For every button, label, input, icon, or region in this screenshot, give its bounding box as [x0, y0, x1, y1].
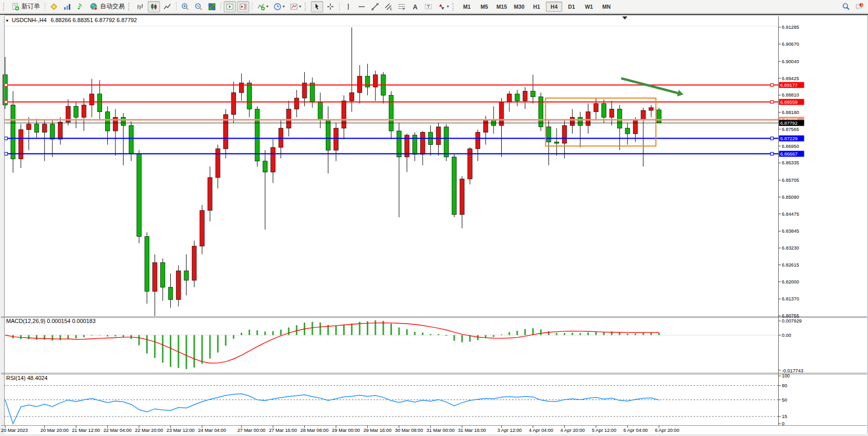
indicators-button[interactable]: ▾ — [255, 1, 270, 12]
dropdown-caret-icon[interactable]: ▾ — [266, 4, 268, 9]
price-tick-label: 6.90670 — [782, 42, 799, 47]
horizontal-line-button[interactable] — [356, 1, 368, 12]
price-badge-label: 6.88559 — [780, 100, 798, 105]
price-tick-label: 6.88180 — [782, 110, 799, 115]
search-button[interactable] — [840, 1, 852, 12]
chart-shift-button[interactable] — [237, 1, 249, 12]
trendline-button[interactable] — [369, 1, 381, 12]
templates-icon — [290, 3, 298, 11]
timeframe-h4-button[interactable]: H4 — [546, 2, 562, 12]
price-badge-label: 6.87229 — [780, 136, 798, 141]
timeframe-d1-button[interactable]: D1 — [563, 2, 580, 12]
chevron-down-icon[interactable]: ▼ — [5, 18, 9, 23]
zoom-out-icon — [194, 3, 203, 11]
hline-icon — [358, 3, 366, 11]
price-tick-label: 6.89425 — [782, 76, 799, 81]
channel-icon: E — [384, 3, 392, 11]
toolbar-grip[interactable] — [452, 3, 456, 11]
time-tick-label: 22 Mar 04:00 — [104, 428, 132, 433]
auto-scroll-icon — [226, 3, 234, 11]
price-tick-label: 6.91285 — [782, 25, 799, 30]
tile-windows-button[interactable] — [206, 1, 218, 12]
auto-scroll-button[interactable] — [224, 1, 236, 12]
vertical-line-button[interactable] — [342, 1, 354, 12]
time-tick-label: 3 Apr 12:00 — [497, 428, 522, 433]
price-badge-label: 6.86667 — [780, 151, 798, 157]
time-tick-label: 30 Mar 08:00 — [395, 428, 423, 433]
ohlc-info-bar: ▼USDCNH-,H46.88266 6.88351 6.87792 6.877… — [5, 17, 137, 23]
autotrade-icon — [90, 3, 98, 11]
svg-text:1: 1 — [861, 3, 863, 7]
periods-button[interactable]: ▾ — [271, 1, 287, 12]
time-tick-label: 24 Mar 04:00 — [198, 428, 226, 433]
price-badge-resistance-1: 6.89177 — [779, 82, 804, 88]
dropdown-caret-icon[interactable]: ▾ — [447, 4, 449, 9]
timeframe-h1-button[interactable]: H1 — [528, 2, 545, 12]
timeframe-m5-button[interactable]: M5 — [476, 2, 492, 12]
time-tick-label: 31 Mar 16:00 — [458, 428, 486, 433]
price-badge-label: 6.89177 — [780, 83, 798, 88]
signals-button[interactable] — [74, 1, 87, 12]
equidistant-channel-button[interactable]: E — [382, 1, 394, 12]
chart-window[interactable]: 6.912856.906706.900406.894256.888106.881… — [0, 14, 868, 436]
toolbar-grip[interactable] — [3, 3, 7, 11]
line-mode-button[interactable] — [161, 1, 173, 12]
text-label-button[interactable]: T — [422, 1, 435, 12]
gold-gem-icon — [50, 3, 58, 11]
symbol-period-label: USDCNH-,H4 — [12, 17, 47, 23]
crosshair-button[interactable] — [324, 1, 337, 12]
rsi-axis-label: 80 — [782, 383, 787, 388]
timeframe-w1-button[interactable]: W1 — [581, 2, 597, 12]
zoom-in-icon — [181, 3, 189, 11]
rsi-indicator-label: RSI(14) 48.4024 — [6, 375, 48, 381]
price-tick-label: 6.86950 — [782, 144, 799, 149]
toolbar-separator — [339, 2, 340, 11]
fibo-icon: F — [398, 3, 406, 11]
price-tick-label: 6.84475 — [782, 212, 799, 217]
chart-canvas[interactable]: 6.912856.906706.900406.894256.888106.881… — [0, 15, 868, 436]
new-order-button[interactable]: 新订单 — [9, 1, 42, 12]
crosshair-icon — [326, 3, 334, 11]
text-button[interactable]: A — [409, 1, 421, 12]
timeframe-m1-button[interactable]: M1 — [459, 2, 475, 12]
tile-windows-icon — [208, 3, 216, 11]
rsi-name: RSI(14) — [6, 375, 26, 381]
signal-icon — [76, 3, 85, 11]
shapes-icon — [438, 3, 446, 11]
zoom-out-button[interactable] — [192, 1, 205, 12]
arrows-button[interactable]: ▾ — [436, 1, 451, 12]
macd-axis-label: 0.00 — [782, 333, 791, 338]
time-tick-label: 27 Mar 00:00 — [238, 428, 266, 433]
bars-mode-button[interactable] — [134, 1, 147, 12]
rsi-value: 48.4024 — [27, 375, 48, 381]
cursor-button[interactable] — [311, 1, 323, 12]
zoom-in-button[interactable] — [179, 1, 191, 12]
notifications-button[interactable]: 1 — [853, 1, 865, 12]
autotrade-button[interactable]: 自动交易 — [88, 1, 127, 12]
dropdown-caret-icon[interactable]: ▾ — [299, 4, 301, 9]
market-button[interactable] — [48, 1, 60, 12]
timeframe-m30-button[interactable]: M30 — [511, 2, 527, 12]
toolbar-separator — [45, 2, 45, 11]
autotrade-label: 自动交易 — [100, 2, 125, 11]
toolbar-separator — [176, 2, 176, 11]
rsi-axis-label: 0 — [782, 421, 784, 426]
templates-button[interactable]: ▾ — [288, 1, 303, 12]
new-order-label: 新订单 — [22, 2, 40, 11]
timeframe-m15-button[interactable]: M15 — [494, 2, 510, 12]
candles-mode-button[interactable] — [148, 1, 160, 12]
svg-text:F: F — [403, 7, 405, 11]
svg-text:E: E — [390, 7, 392, 10]
price-badge-support-2: 6.86667 — [779, 151, 804, 157]
toolbar-grip[interactable] — [305, 3, 308, 11]
fibonacci-button[interactable]: F — [396, 1, 408, 12]
dropdown-caret-icon[interactable]: ▾ — [283, 4, 285, 9]
toolbar-grip[interactable] — [128, 3, 132, 11]
charts-button[interactable] — [61, 1, 73, 12]
price-tick-label: 6.88810 — [782, 92, 799, 98]
search-icon — [842, 3, 850, 11]
timeframe-mn-button[interactable]: MN — [598, 2, 615, 12]
label-icon: T — [424, 3, 432, 11]
chat-icon: 1 — [855, 3, 863, 11]
price-tick-label: 6.81370 — [782, 296, 799, 301]
